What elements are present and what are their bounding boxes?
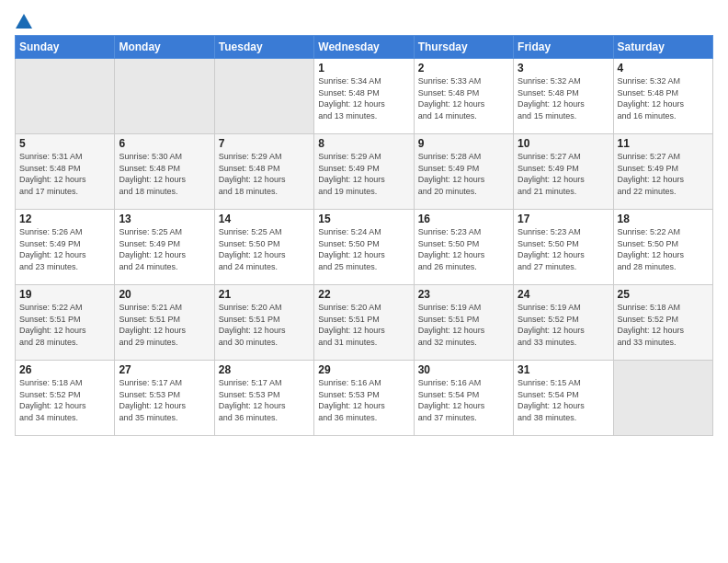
calendar-cell: 13Sunrise: 5:25 AM Sunset: 5:49 PM Dayli… [115,210,214,285]
day-info: Sunrise: 5:25 AM Sunset: 5:50 PM Dayligh… [219,226,310,272]
week-row-5: 26Sunrise: 5:18 AM Sunset: 5:52 PM Dayli… [16,361,713,436]
calendar-cell: 24Sunrise: 5:19 AM Sunset: 5:52 PM Dayli… [514,285,613,361]
calendar-cell: 18Sunrise: 5:22 AM Sunset: 5:50 PM Dayli… [613,210,712,285]
calendar-cell: 31Sunrise: 5:15 AM Sunset: 5:54 PM Dayli… [514,361,613,436]
calendar-cell: 2Sunrise: 5:33 AM Sunset: 5:48 PM Daylig… [414,59,513,134]
day-info: Sunrise: 5:34 AM Sunset: 5:48 PM Dayligh… [318,75,409,121]
day-number: 19 [19,288,110,301]
week-row-1: 1Sunrise: 5:34 AM Sunset: 5:48 PM Daylig… [16,59,713,134]
day-info: Sunrise: 5:28 AM Sunset: 5:49 PM Dayligh… [418,151,509,197]
day-info: Sunrise: 5:16 AM Sunset: 5:54 PM Dayligh… [418,377,509,423]
calendar-cell: 12Sunrise: 5:26 AM Sunset: 5:49 PM Dayli… [16,210,115,285]
calendar-cell: 4Sunrise: 5:32 AM Sunset: 5:48 PM Daylig… [613,59,712,134]
day-number: 9 [418,137,509,150]
logo-icon [16,13,32,29]
calendar-cell: 20Sunrise: 5:21 AM Sunset: 5:51 PM Dayli… [115,285,214,361]
weekday-header-tuesday: Tuesday [214,36,313,59]
calendar-cell: 29Sunrise: 5:16 AM Sunset: 5:53 PM Dayli… [314,361,414,436]
day-info: Sunrise: 5:18 AM Sunset: 5:52 PM Dayligh… [19,377,110,423]
calendar-cell: 9Sunrise: 5:28 AM Sunset: 5:49 PM Daylig… [414,134,513,210]
weekday-header-friday: Friday [514,36,613,59]
calendar-cell: 26Sunrise: 5:18 AM Sunset: 5:52 PM Dayli… [16,361,115,436]
week-row-4: 19Sunrise: 5:22 AM Sunset: 5:51 PM Dayli… [16,285,713,361]
day-number: 3 [518,62,609,75]
logo [15,13,32,29]
day-number: 16 [418,213,509,225]
calendar-cell: 30Sunrise: 5:16 AM Sunset: 5:54 PM Dayli… [414,361,513,436]
day-info: Sunrise: 5:29 AM Sunset: 5:49 PM Dayligh… [318,151,409,197]
day-number: 1 [318,62,409,75]
day-info: Sunrise: 5:22 AM Sunset: 5:50 PM Dayligh… [618,226,709,272]
day-info: Sunrise: 5:20 AM Sunset: 5:51 PM Dayligh… [318,302,409,348]
calendar-cell: 27Sunrise: 5:17 AM Sunset: 5:53 PM Dayli… [115,361,214,436]
day-info: Sunrise: 5:15 AM Sunset: 5:54 PM Dayligh… [518,377,609,423]
day-info: Sunrise: 5:26 AM Sunset: 5:49 PM Dayligh… [19,226,110,272]
day-number: 26 [19,363,110,376]
weekday-header-row: SundayMondayTuesdayWednesdayThursdayFrid… [16,36,713,59]
day-number: 10 [518,137,609,150]
day-number: 29 [318,363,409,376]
day-number: 20 [119,288,210,301]
day-info: Sunrise: 5:30 AM Sunset: 5:48 PM Dayligh… [119,151,210,197]
calendar-cell [16,59,115,134]
day-info: Sunrise: 5:33 AM Sunset: 5:48 PM Dayligh… [418,75,509,121]
day-number: 12 [19,213,110,225]
calendar-cell: 17Sunrise: 5:23 AM Sunset: 5:50 PM Dayli… [514,210,613,285]
calendar-cell: 10Sunrise: 5:27 AM Sunset: 5:49 PM Dayli… [514,134,613,210]
day-info: Sunrise: 5:17 AM Sunset: 5:53 PM Dayligh… [219,377,310,423]
day-number: 24 [518,288,609,301]
calendar-cell: 5Sunrise: 5:31 AM Sunset: 5:48 PM Daylig… [16,134,115,210]
day-info: Sunrise: 5:19 AM Sunset: 5:52 PM Dayligh… [518,302,609,348]
day-number: 2 [418,62,509,75]
day-number: 27 [119,363,210,376]
calendar-cell: 6Sunrise: 5:30 AM Sunset: 5:48 PM Daylig… [115,134,214,210]
week-row-3: 12Sunrise: 5:26 AM Sunset: 5:49 PM Dayli… [16,210,713,285]
day-number: 6 [119,137,210,150]
weekday-header-saturday: Saturday [613,36,712,59]
calendar-cell: 16Sunrise: 5:23 AM Sunset: 5:50 PM Dayli… [414,210,513,285]
day-number: 25 [618,288,709,301]
calendar-cell: 1Sunrise: 5:34 AM Sunset: 5:48 PM Daylig… [314,59,414,134]
header [15,9,713,29]
day-number: 18 [618,213,709,225]
day-number: 8 [318,137,409,150]
day-number: 30 [418,363,509,376]
calendar-cell: 15Sunrise: 5:24 AM Sunset: 5:50 PM Dayli… [314,210,414,285]
day-info: Sunrise: 5:20 AM Sunset: 5:51 PM Dayligh… [219,302,310,348]
calendar-cell [115,59,214,134]
calendar-cell: 8Sunrise: 5:29 AM Sunset: 5:49 PM Daylig… [314,134,414,210]
calendar-cell: 22Sunrise: 5:20 AM Sunset: 5:51 PM Dayli… [314,285,414,361]
calendar: SundayMondayTuesdayWednesdayThursdayFrid… [15,35,713,436]
day-number: 14 [219,213,310,225]
calendar-cell: 19Sunrise: 5:22 AM Sunset: 5:51 PM Dayli… [16,285,115,361]
day-info: Sunrise: 5:17 AM Sunset: 5:53 PM Dayligh… [119,377,210,423]
week-row-2: 5Sunrise: 5:31 AM Sunset: 5:48 PM Daylig… [16,134,713,210]
calendar-cell: 11Sunrise: 5:27 AM Sunset: 5:49 PM Dayli… [613,134,712,210]
day-number: 13 [119,213,210,225]
day-number: 31 [518,363,609,376]
day-info: Sunrise: 5:27 AM Sunset: 5:49 PM Dayligh… [618,151,709,197]
day-info: Sunrise: 5:21 AM Sunset: 5:51 PM Dayligh… [119,302,210,348]
day-number: 7 [219,137,310,150]
day-number: 21 [219,288,310,301]
calendar-cell: 21Sunrise: 5:20 AM Sunset: 5:51 PM Dayli… [214,285,313,361]
day-info: Sunrise: 5:18 AM Sunset: 5:52 PM Dayligh… [618,302,709,348]
day-number: 17 [518,213,609,225]
day-info: Sunrise: 5:19 AM Sunset: 5:51 PM Dayligh… [418,302,509,348]
day-info: Sunrise: 5:27 AM Sunset: 5:49 PM Dayligh… [518,151,609,197]
day-number: 22 [318,288,409,301]
svg-marker-0 [16,14,32,29]
weekday-header-monday: Monday [115,36,214,59]
calendar-cell [214,59,313,134]
calendar-cell: 25Sunrise: 5:18 AM Sunset: 5:52 PM Dayli… [613,285,712,361]
day-info: Sunrise: 5:23 AM Sunset: 5:50 PM Dayligh… [418,226,509,272]
day-info: Sunrise: 5:25 AM Sunset: 5:49 PM Dayligh… [119,226,210,272]
calendar-cell: 3Sunrise: 5:32 AM Sunset: 5:48 PM Daylig… [514,59,613,134]
day-info: Sunrise: 5:24 AM Sunset: 5:50 PM Dayligh… [318,226,409,272]
calendar-cell: 23Sunrise: 5:19 AM Sunset: 5:51 PM Dayli… [414,285,513,361]
page: SundayMondayTuesdayWednesdayThursdayFrid… [0,0,728,563]
day-info: Sunrise: 5:29 AM Sunset: 5:48 PM Dayligh… [219,151,310,197]
day-number: 4 [618,62,709,75]
day-info: Sunrise: 5:23 AM Sunset: 5:50 PM Dayligh… [518,226,609,272]
day-number: 15 [318,213,409,225]
